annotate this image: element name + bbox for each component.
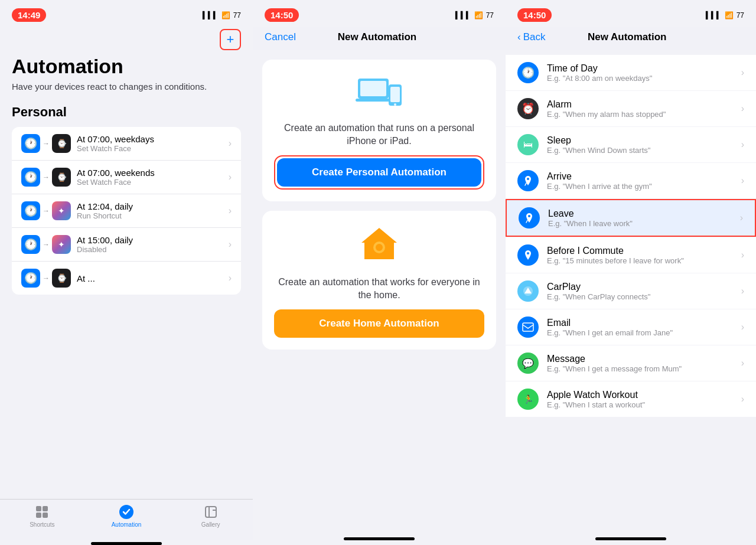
tab-shortcuts[interactable]: Shortcuts [24, 504, 60, 528]
battery-icon: 77 [486, 11, 494, 19]
arrow-icon: → [43, 274, 50, 282]
automation-item[interactable]: 🕐 → ✦ At 15:00, daily Disabled › [12, 228, 241, 262]
create-personal-automation-button[interactable]: Create Personal Automation [277, 158, 481, 187]
automation-type-sleep[interactable]: 🛏 Sleep E.g. "When Wind Down starts" › [506, 127, 756, 162]
type-example: E.g. "When I get a message from Mum" [547, 364, 733, 373]
nav-title-3: New Automation [588, 31, 666, 43]
arrow-icon: → [43, 173, 50, 181]
type-example: E.g. "When Wind Down starts" [547, 146, 733, 155]
clock-icon: 🕐 [21, 134, 40, 153]
chevron-icon: › [229, 138, 232, 149]
auto-name: At 07:00, weekdays [77, 134, 223, 144]
automation-type-commute[interactable]: Before I Commute E.g. "15 minutes before… [506, 237, 756, 273]
automation-type-time-of-day[interactable]: 🕐 Time of Day E.g. "At 8:00 am on weekda… [506, 55, 756, 90]
automation-item[interactable]: 🕐 → ⌚ At ... › [12, 262, 241, 295]
battery-icon: 77 [737, 11, 744, 19]
automation-type-workout[interactable]: 🏃 Apple Watch Workout E.g. "When I start… [506, 381, 756, 417]
chevron-icon: › [229, 273, 232, 283]
arrow-icon: → [43, 207, 50, 215]
panel3-scroll[interactable]: 🕐 Time of Day E.g. "At 8:00 am on weekda… [506, 50, 756, 533]
chevron-icon: › [741, 286, 744, 296]
panel-automation-types: 14:50 ▍▍▍ 📶 77 ‹ Back New Automation 🕐 T… [506, 0, 756, 545]
add-automation-button[interactable]: + [220, 29, 241, 50]
automation-type-arrive[interactable]: Arrive E.g. "When I arrive at the gym" › [506, 163, 756, 198]
chevron-icon: › [741, 322, 744, 332]
type-name: Before I Commute [547, 246, 733, 256]
shortcuts-tab-icon [34, 504, 50, 520]
commute-icon [517, 244, 539, 266]
clock-icon: 🕐 [21, 269, 40, 288]
arrow-icon: → [43, 139, 50, 148]
clock-icon: 🕐 [21, 235, 40, 254]
auto-name: At ... [77, 273, 223, 283]
sleep-icon: 🛏 [517, 134, 539, 155]
watch-icon: ⌚ [52, 134, 71, 153]
tab-gallery[interactable]: Gallery [193, 504, 229, 528]
message-icon: 💬 [517, 353, 539, 374]
chevron-icon: › [741, 139, 744, 150]
svg-rect-12 [390, 87, 400, 102]
home-bar-1 [91, 542, 162, 545]
tab-automation[interactable]: Automation [109, 504, 144, 528]
home-bar-3 [595, 537, 666, 540]
type-example: E.g. "At 8:00 am on weekdays" [547, 74, 733, 83]
type-info: Message E.g. "When I get a message from … [547, 354, 733, 373]
automation-type-alarm[interactable]: ⏰ Alarm E.g. "When my alarm has stopped"… [506, 91, 756, 126]
panel2-scroll: Create an automation that runs on a pers… [253, 50, 506, 533]
type-example: E.g. "When I arrive at the gym" [547, 182, 733, 191]
automation-type-email[interactable]: Email E.g. "When I get an email from Jan… [506, 309, 756, 345]
svg-rect-5 [206, 507, 216, 517]
cancel-button[interactable]: Cancel [265, 31, 296, 43]
auto-sub: Set Watch Face [77, 144, 223, 153]
type-name: Email [547, 318, 733, 328]
svg-point-17 [528, 215, 530, 217]
watch-icon: ⌚ [52, 168, 71, 187]
type-name: Message [547, 354, 733, 364]
panel1-scroll: Automation Have your devices react to ch… [0, 50, 253, 499]
type-example: E.g. "When I start a workout" [547, 400, 733, 409]
status-time-3: 14:50 [517, 8, 552, 22]
home-bar-2 [344, 537, 415, 540]
leave-icon [519, 207, 540, 229]
arrive-icon [517, 170, 539, 191]
create-home-automation-button[interactable]: Create Home Automation [274, 309, 484, 338]
automation-type-message[interactable]: 💬 Message E.g. "When I get a message fro… [506, 345, 756, 381]
signal-icon: ▍▍▍ [706, 11, 722, 19]
automation-type-carplay[interactable]: CarPlay E.g. "When CarPlay connects" › [506, 273, 756, 309]
personal-device-icon [356, 74, 403, 115]
chevron-left-icon: ‹ [517, 31, 521, 43]
svg-point-18 [527, 252, 529, 254]
type-example: E.g. "15 minutes before I leave for work… [547, 256, 733, 265]
back-button[interactable]: ‹ Back [517, 31, 545, 43]
auto-name: At 07:00, weekends [77, 168, 223, 178]
chevron-icon: › [229, 172, 232, 182]
tab-gallery-label: Gallery [201, 521, 220, 528]
svg-rect-2 [36, 513, 41, 518]
shortcuts-icon: ✦ [52, 235, 71, 254]
auto-info: At 12:04, daily Run Shortcut [77, 201, 223, 220]
chevron-icon: › [741, 250, 744, 260]
status-icons-2: ▍▍▍ 📶 77 [455, 11, 494, 19]
status-icons-1: ▍▍▍ 📶 77 [203, 11, 241, 19]
wifi-icon: 📶 [725, 11, 734, 19]
type-info: CarPlay E.g. "When CarPlay connects" [547, 282, 733, 301]
status-bar-3: 14:50 ▍▍▍ 📶 77 [506, 0, 756, 27]
section-personal-header: Personal [12, 105, 241, 120]
automation-item[interactable]: 🕐 → ⌚ At 07:00, weekdays Set Watch Face … [12, 127, 241, 161]
svg-point-15 [376, 244, 383, 251]
chevron-icon: › [740, 213, 743, 223]
type-name: Alarm [547, 99, 733, 110]
automation-item[interactable]: 🕐 → ⌚ At 07:00, weekends Set Watch Face … [12, 161, 241, 194]
automation-item[interactable]: 🕐 → ✦ At 12:04, daily Run Shortcut › [12, 194, 241, 228]
type-info: Apple Watch Workout E.g. "When I start a… [547, 390, 733, 409]
automation-type-list: 🕐 Time of Day E.g. "At 8:00 am on weekda… [506, 55, 756, 417]
shortcuts-icon: ✦ [52, 201, 71, 220]
auto-sub: Disabled [77, 245, 223, 254]
automation-type-leave[interactable]: Leave E.g. "When I leave work" › [506, 199, 756, 237]
svg-rect-9 [360, 81, 386, 96]
auto-sub: Set Watch Face [77, 178, 223, 187]
type-info: Alarm E.g. "When my alarm has stopped" [547, 99, 733, 119]
type-name: Arrive [547, 171, 733, 182]
type-info: Before I Commute E.g. "15 minutes before… [547, 246, 733, 265]
alarm-icon: ⏰ [517, 98, 539, 119]
